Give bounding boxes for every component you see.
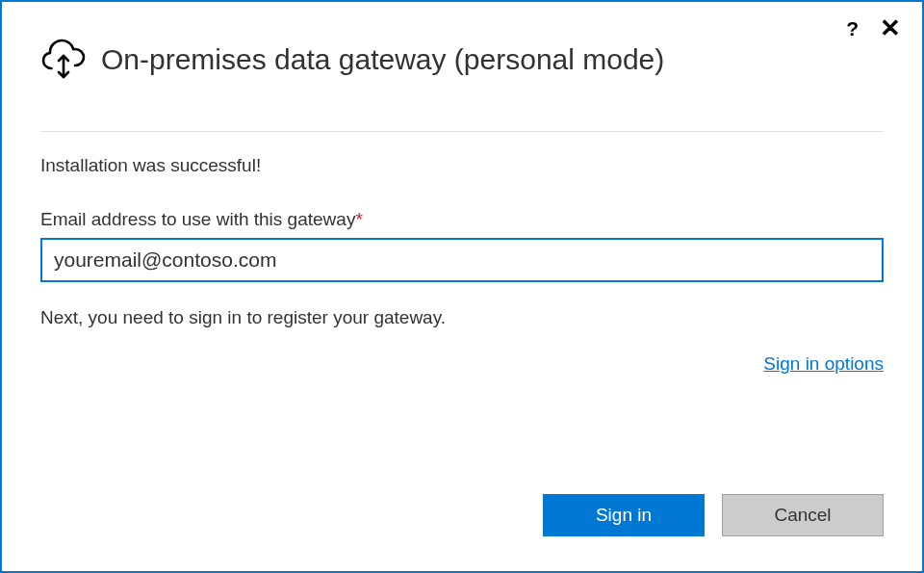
cloud-gateway-icon xyxy=(40,35,87,85)
email-label-text: Email address to use with this gateway xyxy=(40,209,355,229)
cancel-button[interactable]: Cancel xyxy=(722,494,884,536)
dialog-title: On-premises data gateway (personal mode) xyxy=(101,43,664,76)
gateway-dialog: ? ✕ On-premises data gateway (personal m… xyxy=(0,0,924,573)
close-icon[interactable]: ✕ xyxy=(880,15,901,40)
email-field[interactable] xyxy=(40,238,884,282)
dialog-header: On-premises data gateway (personal mode) xyxy=(2,2,922,85)
installation-success-text: Installation was successful! xyxy=(40,155,884,176)
signin-options-row: Sign in options xyxy=(40,353,884,375)
email-label: Email address to use with this gateway* xyxy=(40,209,884,230)
required-asterisk: * xyxy=(355,209,362,229)
dialog-footer: Sign in Cancel xyxy=(2,494,922,571)
titlebar-controls: ? ✕ xyxy=(846,15,901,40)
signin-options-link[interactable]: Sign in options xyxy=(763,353,884,375)
signin-button[interactable]: Sign in xyxy=(543,494,705,536)
help-icon[interactable]: ? xyxy=(846,18,859,39)
next-instruction-text: Next, you need to sign in to register yo… xyxy=(40,307,884,328)
dialog-content: Installation was successful! Email addre… xyxy=(2,132,922,494)
